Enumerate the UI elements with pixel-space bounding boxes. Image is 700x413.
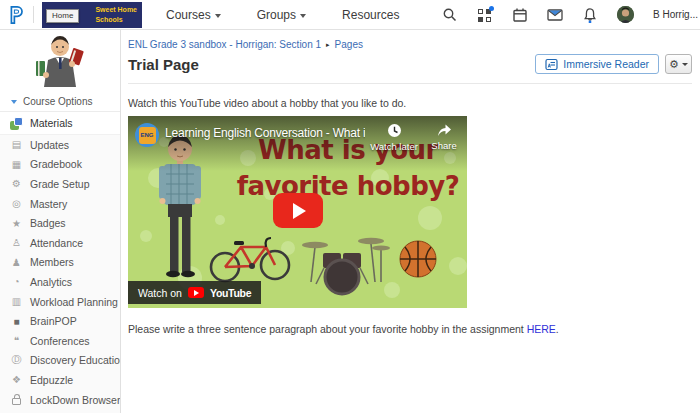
sidebar-item-grade-setup[interactable]: ⚙ Grade Setup (0, 174, 120, 194)
school-home-button[interactable]: Sweet Home Schools Home (42, 2, 142, 28)
sidebar-item-materials[interactable]: Materials (0, 112, 120, 135)
brainpop-icon: ■ (10, 316, 23, 327)
sidebar-item-edpuzzle[interactable]: ❖ Edpuzzle (0, 370, 120, 390)
page-header: Trial Page Immersive Reader ⚙ (128, 54, 692, 74)
sidebar-item-gradebook[interactable]: ▦ Gradebook (0, 155, 120, 175)
navbar-actions: B Horrig... (442, 6, 700, 23)
breadcrumb-course-link[interactable]: ENL Grade 3 sandbox - Horrigan: Section … (128, 39, 321, 50)
immersive-reader-button[interactable]: Immersive Reader (535, 54, 659, 74)
top-navbar: Sweet Home Schools Home Courses Groups R… (0, 0, 700, 30)
schoology-page: Sweet Home Schools Home Courses Groups R… (0, 0, 700, 413)
nav-resources[interactable]: Resources (342, 8, 399, 22)
conferences-icon: ❝ (10, 335, 23, 346)
youtube-wordmark: YouTube (210, 287, 251, 299)
sidebar-item-conferences[interactable]: ❝ Conferences (0, 331, 120, 351)
outro-text: Please write a three sentence paragraph … (128, 323, 692, 335)
materials-icon (10, 117, 23, 130)
lock-icon (12, 398, 21, 405)
primary-nav: Courses Groups Resources (166, 8, 399, 22)
apps-grid-icon[interactable] (477, 7, 493, 23)
assignment-here-link[interactable]: HERE (527, 323, 556, 335)
play-button[interactable] (273, 193, 323, 228)
video-title-link[interactable]: Learning English Conversation - What i..… (165, 126, 365, 140)
sidebar-item-mastery[interactable]: ◎ Mastery (0, 194, 120, 214)
chevron-down-icon (682, 63, 688, 66)
share-arrow-icon (436, 123, 452, 137)
sidebar-item-badges[interactable]: ★ Badges (0, 213, 120, 233)
breadcrumb-pages-link[interactable]: Pages (335, 39, 363, 50)
course-sidebar: Course Options Materials ▤ Updates ▦ Gra… (0, 30, 121, 413)
chevron-down-icon (215, 14, 221, 18)
bell-icon[interactable] (582, 7, 598, 23)
basketball (400, 241, 436, 277)
school-name: Sweet Home Schools (95, 5, 137, 24)
sidebar-item-partial[interactable] (0, 409, 120, 413)
notification-dot (589, 20, 592, 22)
sidebar-item-discovery-education[interactable]: Ⓓ Discovery Education (0, 351, 120, 371)
page-options-button[interactable]: ⚙ (665, 54, 692, 74)
edpuzzle-icon: ❖ (10, 374, 23, 385)
members-icon: ♟ (10, 257, 23, 268)
nav-groups[interactable]: Groups (257, 8, 306, 22)
user-name[interactable]: B Horrig... (653, 9, 698, 20)
watch-on-youtube-link[interactable]: Watch on YouTube (128, 281, 261, 304)
mail-icon[interactable] (547, 7, 563, 23)
chevron-down-icon (300, 14, 306, 18)
updates-icon: ▤ (10, 139, 23, 150)
sidebar-item-brainpop[interactable]: ■ BrainPOP (0, 311, 120, 331)
teacher-cartoon-avatar (25, 33, 95, 89)
calendar-icon[interactable] (512, 7, 528, 23)
powerschool-logo-icon[interactable] (8, 5, 25, 25)
sidebar-item-updates[interactable]: ▤ Updates (0, 135, 120, 155)
page-body: Course Options Materials ▤ Updates ▦ Gra… (0, 30, 700, 413)
youtube-video-player[interactable]: What is your favorite hobby? ENG Learnin… (128, 116, 467, 308)
divider (128, 83, 692, 84)
sidebar-item-lockdown-browser[interactable]: LockDown Browser (0, 390, 120, 410)
share-button[interactable]: Share (426, 123, 462, 151)
grade-setup-icon: ⚙ (10, 178, 23, 189)
sidebar-item-workload-planning[interactable]: ▥ Workload Planning (0, 292, 120, 312)
course-profile-picture[interactable] (0, 30, 120, 92)
immersive-reader-icon (545, 58, 558, 71)
gradebook-icon: ▦ (10, 159, 23, 170)
sidebar-item-attendance[interactable]: ♙ Attendance (0, 233, 120, 253)
notification-dot (489, 6, 494, 11)
intro-text: Watch this YouTube video about a hobby t… (128, 97, 692, 109)
attendance-icon: ♙ (10, 237, 23, 248)
sidebar-item-analytics[interactable]: ◔ Analytics (0, 272, 120, 292)
divider (33, 6, 34, 23)
gear-icon: ⚙ (669, 59, 679, 70)
channel-avatar[interactable]: ENG (135, 123, 159, 147)
home-tooltip: Home (46, 9, 79, 23)
user-avatar[interactable] (617, 6, 634, 23)
workload-planning-icon: ▥ (10, 296, 23, 307)
main-content: ENL Grade 3 sandbox - Horrigan: Section … (121, 30, 700, 413)
chevron-down-icon (11, 100, 17, 104)
mastery-icon: ◎ (10, 198, 23, 209)
badges-icon: ★ (10, 218, 23, 229)
breadcrumb: ENL Grade 3 sandbox - Horrigan: Section … (128, 39, 692, 50)
search-icon[interactable] (442, 7, 458, 23)
sidebar-item-members[interactable]: ♟ Members (0, 253, 120, 273)
watch-later-button[interactable]: Watch later (364, 123, 424, 152)
clock-icon (387, 123, 402, 138)
play-icon (293, 203, 306, 219)
nav-courses[interactable]: Courses (166, 8, 221, 22)
discovery-education-icon: Ⓓ (10, 353, 23, 367)
breadcrumb-separator: ▸ (326, 41, 330, 49)
analytics-icon: ◔ (10, 276, 23, 287)
course-menu: Materials ▤ Updates ▦ Gradebook ⚙ Grade … (0, 112, 120, 413)
page-title: Trial Page (128, 56, 199, 73)
course-options-toggle[interactable]: Course Options (0, 92, 120, 112)
youtube-logo-icon (188, 287, 204, 298)
